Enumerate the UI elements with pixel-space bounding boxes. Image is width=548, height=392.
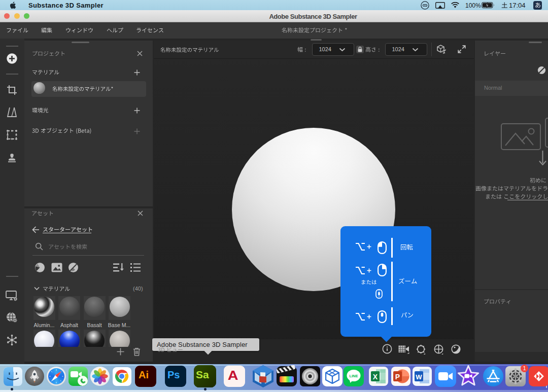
svg-text:P: P [395, 373, 400, 381]
svg-text:W: W [416, 373, 422, 381]
svg-text:X: X [373, 373, 378, 381]
svg-text:LINE: LINE [349, 374, 358, 378]
